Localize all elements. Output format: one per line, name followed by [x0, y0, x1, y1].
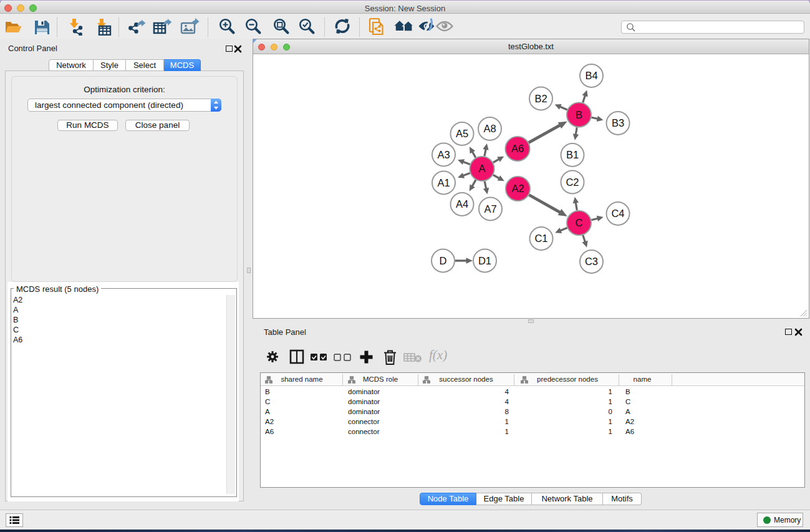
svg-text:D: D	[440, 255, 447, 266]
svg-text:A3: A3	[437, 149, 450, 160]
svg-text:A7: A7	[484, 203, 496, 215]
svg-text:A2: A2	[511, 183, 524, 194]
svg-text:B1: B1	[566, 149, 579, 160]
svg-text:C: C	[576, 217, 583, 228]
svg-text:D1: D1	[478, 255, 491, 266]
svg-text:A4: A4	[456, 198, 468, 210]
svg-text:B3: B3	[612, 117, 624, 128]
svg-text:C4: C4	[611, 208, 624, 219]
svg-text:B2: B2	[534, 93, 547, 104]
svg-text:C2: C2	[566, 177, 579, 188]
svg-text:A1: A1	[437, 177, 450, 188]
svg-text:A8: A8	[483, 123, 496, 134]
svg-text:B4: B4	[585, 70, 597, 81]
svg-text:C3: C3	[585, 256, 598, 267]
svg-text:A6: A6	[511, 143, 524, 154]
svg-text:A5: A5	[456, 128, 468, 139]
svg-text:B: B	[576, 109, 582, 120]
svg-text:A: A	[478, 163, 485, 174]
svg-text:C1: C1	[534, 233, 547, 244]
